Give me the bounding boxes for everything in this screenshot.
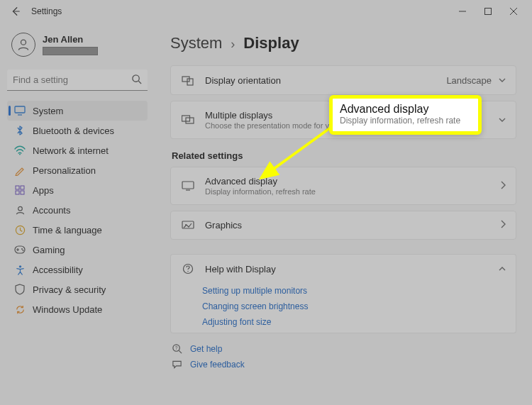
sidebar-item-label: Gaming [33,245,65,255]
sidebar-item-bluetooth[interactable]: Bluetooth & devices [7,121,148,140]
svg-rect-8 [21,191,24,194]
back-button[interactable] [6,1,26,21]
svg-point-14 [18,265,21,267]
card-subtitle: Display information, refresh rate [205,187,490,196]
user-name: Jen Allen [43,34,98,45]
get-help-label: Get help [190,344,222,354]
card-title: Display orientation [205,75,436,86]
accessibility-icon [14,264,26,275]
svg-rect-3 [15,106,25,113]
svg-point-13 [23,250,24,251]
arrow-left-icon [11,6,21,16]
sidebar-item-label: Accounts [33,205,70,216]
graphics-icon [181,221,195,231]
svg-text:?: ? [174,345,177,350]
card-advanced-display[interactable]: Advanced display Display information, re… [170,167,516,205]
bluetooth-icon [14,125,26,136]
get-help-icon: ? [170,343,183,354]
search-input[interactable] [7,70,148,91]
sidebar-item-label: Apps [33,185,54,196]
svg-point-1 [21,40,26,45]
sidebar-item-gaming[interactable]: Gaming [7,240,148,260]
card-display-orientation[interactable]: Display orientation Landscape [170,65,516,95]
titlebar: Settings [0,0,532,23]
breadcrumb-current: Display [243,34,299,52]
breadcrumb-parent[interactable]: System [170,34,222,52]
svg-rect-0 [485,9,492,15]
close-button[interactable] [501,1,526,21]
svg-point-9 [18,206,22,211]
sidebar-item-label: Accessibility [33,265,83,275]
footer-links: ? Get help Give feedback [170,343,516,370]
sidebar-item-accessibility[interactable]: Accessibility [7,260,148,279]
apps-icon [14,184,26,196]
help-link-fontsize[interactable]: Adjusting font size [202,317,516,327]
chevron-up-icon [499,264,506,274]
shield-icon [14,284,26,295]
sidebar-item-update[interactable]: Windows Update [7,299,148,319]
user-email-redacted [43,47,98,55]
give-feedback-label: Give feedback [190,360,245,370]
sidebar-item-network[interactable]: Network & internet [7,140,148,160]
sidebar-item-time[interactable]: Time & language [7,220,148,240]
orientation-icon [181,74,195,86]
minimize-button[interactable] [450,1,475,21]
chevron-down-icon [499,75,506,86]
personalization-icon [14,165,26,176]
section-related-settings: Related settings [172,150,516,161]
sidebar-item-apps[interactable]: Apps [7,180,148,200]
sidebar-item-label: Windows Update [33,304,102,315]
chevron-down-icon [499,115,506,126]
maximize-button[interactable] [475,1,501,21]
svg-point-12 [21,248,23,250]
sidebar-item-accounts[interactable]: Accounts [7,200,148,220]
avatar [11,33,35,57]
chevron-right-icon [500,220,506,231]
monitor-icon [181,181,195,191]
window-title: Settings [31,6,62,16]
minimize-icon [459,8,466,15]
sidebar-item-privacy[interactable]: Privacy & security [7,279,148,299]
accounts-icon [14,204,26,216]
sidebar-item-label: Time & language [33,225,102,235]
system-icon [14,105,26,116]
sidebar-item-system[interactable]: System [7,101,148,121]
help-link-monitors[interactable]: Setting up multiple monitors [202,286,516,296]
breadcrumb: System › Display [170,34,516,52]
person-icon [16,38,31,52]
help-link-brightness[interactable]: Changing screen brightness [202,301,516,311]
sidebar-item-personalization[interactable]: Personalization [7,160,148,180]
callout-subtitle: Display information, refresh rate [340,116,471,126]
orientation-value[interactable]: Landscape [446,75,492,86]
card-title: Graphics [205,220,490,231]
svg-point-23 [187,271,188,272]
sidebar-item-label: System [33,106,63,116]
nav: System Bluetooth & devices Network & int… [7,101,148,319]
card-graphics[interactable]: Graphics [170,211,516,240]
card-help-with-display[interactable]: Help with Display [170,254,516,283]
give-feedback-link[interactable]: Give feedback [170,360,516,370]
sidebar-item-label: Bluetooth & devices [33,126,114,136]
update-icon [14,304,26,315]
callout-title: Advanced display [340,103,471,116]
sidebar-item-label: Privacy & security [33,284,106,295]
search-icon [131,74,142,87]
user-account[interactable]: Jen Allen [7,28,148,64]
chevron-right-icon [500,181,506,192]
network-icon [14,145,26,156]
gaming-icon [14,244,26,255]
settings-window: Settings Jen Allen [0,0,532,405]
get-help-link[interactable]: ? Get help [170,343,516,354]
help-links: Setting up multiple monitors Changing sc… [170,283,516,333]
multiple-displays-icon [181,115,195,125]
svg-rect-5 [16,186,19,189]
help-icon [181,263,195,274]
time-icon [14,224,26,235]
card-title: Help with Display [205,264,489,274]
search-wrap [7,70,148,91]
annotation-callout: Advanced display Display information, re… [329,95,482,135]
svg-point-4 [19,154,21,155]
breadcrumb-sep: › [231,37,235,52]
sidebar-item-label: Network & internet [33,145,109,156]
user-info: Jen Allen [43,34,98,55]
